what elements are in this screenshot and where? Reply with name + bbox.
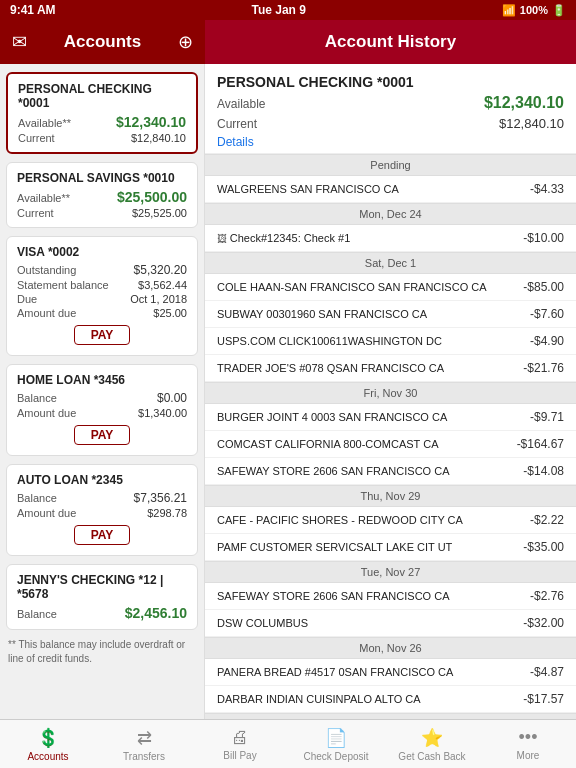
accounts-title: Accounts bbox=[64, 32, 141, 52]
account-name-auto-loan: AUTO LOAN *2345 bbox=[17, 473, 187, 487]
tab-get-cash-back[interactable]: ⭐Get Cash Back bbox=[384, 720, 480, 768]
bill-pay-icon: 🖨 bbox=[231, 727, 249, 748]
transaction-amount: -$2.76 bbox=[530, 589, 564, 603]
tab-more[interactable]: •••More bbox=[480, 720, 576, 768]
transaction-name: TRADER JOE'S #078 QSAN FRANCISCO CA bbox=[217, 362, 523, 374]
transaction-name: WALGREENS SAN FRANCISCO CA bbox=[217, 183, 530, 195]
transaction-amount: -$17.57 bbox=[523, 692, 564, 706]
transaction-name: COLE HAAN-SAN FRANCISCO SAN FRANCISCO CA bbox=[217, 281, 523, 293]
section-header: Thu, Nov 29 bbox=[205, 485, 576, 507]
tab-bar: 💲Accounts⇄Transfers🖨Bill Pay📄Check Depos… bbox=[0, 719, 576, 768]
account-field-label: Available** bbox=[17, 192, 70, 204]
transaction-amount: -$35.00 bbox=[523, 540, 564, 554]
history-current-row: Current $12,840.10 bbox=[217, 116, 564, 131]
transaction-row[interactable]: TRADER JOE'S #078 QSAN FRANCISCO CA-$21.… bbox=[205, 355, 576, 382]
pay-button-visa[interactable]: PAY bbox=[74, 325, 131, 345]
transaction-name: SAFEWAY STORE 2606 SAN FRANCISCO CA bbox=[217, 465, 523, 477]
pay-button-home-loan[interactable]: PAY bbox=[74, 425, 131, 445]
check-deposit-icon: 📄 bbox=[325, 727, 347, 749]
account-field-row: Amount due$298.78 bbox=[17, 507, 187, 519]
account-card-personal-checking[interactable]: PERSONAL CHECKING *0001Available**$12,34… bbox=[6, 72, 198, 154]
transaction-row[interactable]: WALGREENS SAN FRANCISCO CA-$4.33 bbox=[205, 176, 576, 203]
tab-transfers[interactable]: ⇄Transfers bbox=[96, 720, 192, 768]
transaction-amount: -$9.71 bbox=[530, 410, 564, 424]
tab-bill-pay[interactable]: 🖨Bill Pay bbox=[192, 720, 288, 768]
transaction-row[interactable]: USPS.COM CLICK100611WASHINGTON DC-$4.90 bbox=[205, 328, 576, 355]
account-field-row: Statement balance$3,562.44 bbox=[17, 279, 187, 291]
mail-icon[interactable]: ✉ bbox=[12, 31, 27, 53]
transaction-row[interactable]: DSW COLUMBUS-$32.00 bbox=[205, 610, 576, 637]
wifi-icon: 📶 bbox=[502, 4, 516, 17]
account-field-label: Balance bbox=[17, 392, 57, 404]
battery-icon: 🔋 bbox=[552, 4, 566, 17]
transactions-container: PendingWALGREENS SAN FRANCISCO CA-$4.33M… bbox=[205, 154, 576, 768]
history-current-label: Current bbox=[217, 117, 257, 131]
header: ✉ Accounts ⊕ Account History bbox=[0, 20, 576, 64]
account-field-row: Balance$0.00 bbox=[17, 391, 187, 405]
account-field-label: Balance bbox=[17, 608, 57, 620]
account-name-jenny-checking: JENNY'S CHECKING *12 | *5678 bbox=[17, 573, 187, 601]
transfers-label: Transfers bbox=[123, 751, 165, 762]
tab-accounts[interactable]: 💲Accounts bbox=[0, 720, 96, 768]
transaction-row[interactable]: DARBAR INDIAN CUISINPALO ALTO CA-$17.57 bbox=[205, 686, 576, 713]
transaction-row[interactable]: PAMF CUSTOMER SERVICSALT LAKE CIT UT-$35… bbox=[205, 534, 576, 561]
transaction-amount: -$164.67 bbox=[517, 437, 564, 451]
compose-icon[interactable]: ⊕ bbox=[178, 31, 193, 53]
section-header: Mon, Nov 26 bbox=[205, 637, 576, 659]
history-header: Account History bbox=[205, 20, 576, 64]
transaction-amount: -$2.22 bbox=[530, 513, 564, 527]
account-field-value: $12,340.10 bbox=[116, 114, 186, 130]
transaction-name: DSW COLUMBUS bbox=[217, 617, 523, 629]
section-header: Sat, Dec 1 bbox=[205, 252, 576, 274]
transaction-row[interactable]: SAFEWAY STORE 2606 SAN FRANCISCO CA-$2.7… bbox=[205, 583, 576, 610]
account-field-value: $3,562.44 bbox=[138, 279, 187, 291]
transaction-row[interactable]: CAFE - PACIFIC SHORES - REDWOOD CITY CA-… bbox=[205, 507, 576, 534]
transaction-row[interactable]: SAFEWAY STORE 2606 SAN FRANCISCO CA-$14.… bbox=[205, 458, 576, 485]
account-field-row: Available**$25,500.00 bbox=[17, 189, 187, 205]
transaction-name: COMCAST CALIFORNIA 800-COMCAST CA bbox=[217, 438, 517, 450]
transaction-row[interactable]: PANERA BREAD #4517 0SAN FRANCISCO CA-$4.… bbox=[205, 659, 576, 686]
account-card-home-loan[interactable]: HOME LOAN *3456Balance$0.00Amount due$1,… bbox=[6, 364, 198, 456]
status-time: 9:41 AM bbox=[10, 3, 56, 17]
account-field-row: Current$12,840.10 bbox=[18, 132, 186, 144]
transaction-amount: -$7.60 bbox=[530, 307, 564, 321]
account-card-jenny-checking[interactable]: JENNY'S CHECKING *12 | *5678Balance$2,45… bbox=[6, 564, 198, 630]
account-field-row: Amount due$1,340.00 bbox=[17, 407, 187, 419]
pay-button-auto-loan[interactable]: PAY bbox=[74, 525, 131, 545]
transaction-name: DARBAR INDIAN CUISINPALO ALTO CA bbox=[217, 693, 523, 705]
history-title: Account History bbox=[325, 32, 456, 52]
history-available-value: $12,340.10 bbox=[484, 94, 564, 112]
more-label: More bbox=[517, 750, 540, 761]
transaction-name: USPS.COM CLICK100611WASHINGTON DC bbox=[217, 335, 530, 347]
account-field-value: $25,500.00 bbox=[117, 189, 187, 205]
accounts-label: Accounts bbox=[27, 751, 68, 762]
account-field-label: Current bbox=[18, 132, 55, 144]
history-account-name: PERSONAL CHECKING *0001 bbox=[217, 74, 564, 90]
history-available-row: Available $12,340.10 bbox=[217, 94, 564, 112]
history-panel: PERSONAL CHECKING *0001 Available $12,34… bbox=[205, 64, 576, 768]
transaction-amount: -$85.00 bbox=[523, 280, 564, 294]
battery-text: 100% bbox=[520, 4, 548, 16]
account-field-value: $298.78 bbox=[147, 507, 187, 519]
history-account-header: PERSONAL CHECKING *0001 Available $12,34… bbox=[205, 64, 576, 154]
check-deposit-label: Check Deposit bbox=[303, 751, 368, 762]
account-field-row: Balance$7,356.21 bbox=[17, 491, 187, 505]
accounts-header: ✉ Accounts ⊕ bbox=[0, 20, 205, 64]
main-content: PERSONAL CHECKING *0001Available**$12,34… bbox=[0, 64, 576, 768]
account-field-value: $25,525.00 bbox=[132, 207, 187, 219]
transaction-row[interactable]: BURGER JOINT 4 0003 SAN FRANCISCO CA-$9.… bbox=[205, 404, 576, 431]
transaction-row[interactable]: COLE HAAN-SAN FRANCISCO SAN FRANCISCO CA… bbox=[205, 274, 576, 301]
check-icon: 🖼 bbox=[217, 233, 230, 244]
account-card-personal-savings[interactable]: PERSONAL SAVINGS *0010Available**$25,500… bbox=[6, 162, 198, 228]
status-day: Tue Jan 9 bbox=[251, 3, 305, 17]
history-details-link[interactable]: Details bbox=[217, 135, 254, 149]
account-field-row: Amount due$25.00 bbox=[17, 307, 187, 319]
account-field-value: $0.00 bbox=[157, 391, 187, 405]
transaction-row[interactable]: COMCAST CALIFORNIA 800-COMCAST CA-$164.6… bbox=[205, 431, 576, 458]
tab-check-deposit[interactable]: 📄Check Deposit bbox=[288, 720, 384, 768]
account-field-label: Due bbox=[17, 293, 37, 305]
transaction-row[interactable]: 🖼 Check#12345: Check #1-$10.00 bbox=[205, 225, 576, 252]
account-card-auto-loan[interactable]: AUTO LOAN *2345Balance$7,356.21Amount du… bbox=[6, 464, 198, 556]
transaction-row[interactable]: SUBWAY 00301960 SAN FRANCISCO CA-$7.60 bbox=[205, 301, 576, 328]
account-card-visa[interactable]: VISA *0002Outstanding$5,320.20Statement … bbox=[6, 236, 198, 356]
